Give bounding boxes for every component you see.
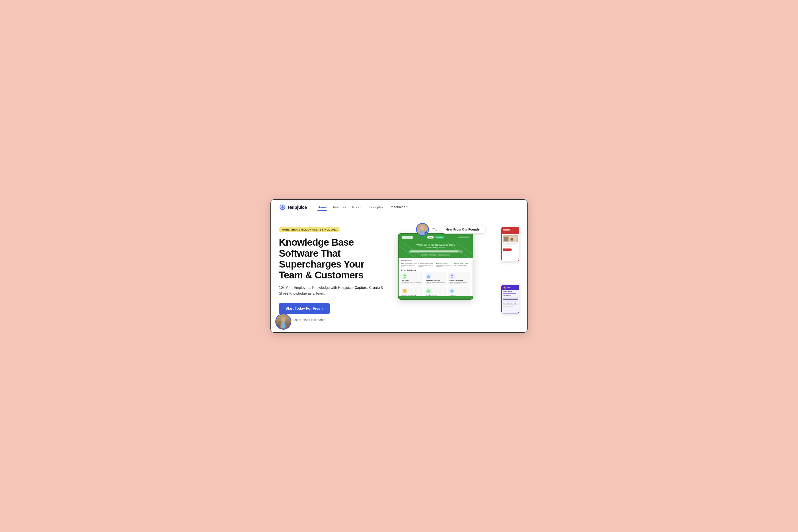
kb-body: Popular Guides How to create a step over… — [399, 258, 473, 297]
nav-item-examples[interactable]: Examples — [368, 205, 383, 209]
side2-link-4 — [503, 301, 518, 302]
kb-category-quoting[interactable]: Quoting and Ordering Create, track and c… — [401, 287, 423, 297]
nav-link-examples[interactable]: Examples — [368, 205, 383, 210]
nav-link-pricing[interactable]: Pricing — [352, 205, 362, 210]
kb-category-manage-services[interactable]: Manage your services How to pay for quot… — [424, 272, 447, 286]
kb-guides-grid: How to create a step overview from the a… — [401, 263, 470, 268]
create-link[interactable]: Create — [369, 286, 380, 289]
nav-link-features[interactable]: Features — [333, 205, 346, 210]
kb-cat-title-5: Billing & Invoices — [426, 294, 437, 296]
kb-cat-title-1: Get Started — [402, 280, 409, 281]
kb-category-support[interactable]: Get Support Learn how to search a produc… — [448, 287, 470, 297]
nav-item-resources[interactable]: Resources ▾ — [390, 205, 407, 210]
hero-badge: MORE THAN 1 MILLION USERS SINCE 2011 — [279, 227, 340, 232]
capture-link[interactable]: Capture — [355, 286, 367, 289]
kb-cat-icon-3 — [449, 273, 455, 279]
kb-cat-desc-3: Manage billing, make account ideas, mana… — [449, 282, 469, 284]
kb-cat-icon-1 — [402, 273, 407, 279]
person-silhouette — [276, 314, 291, 329]
kb-welcome-section: Welcome to our Knowledge Base What can w… — [399, 240, 473, 258]
side1-image — [503, 235, 518, 242]
hear-from-bubble: Hear From Our Founder — [441, 225, 486, 234]
hero-left: MORE THAN 1 MILLION USERS SINCE 2011 Kno… — [279, 227, 389, 321]
kb-cat-desc-1: Get started with Zappo and Zapponow — [402, 282, 421, 283]
side2-links-2 — [503, 304, 518, 307]
kb-cat-title-2: Manage your services — [426, 280, 440, 281]
side1-content — [502, 234, 519, 261]
side2-link-1 — [503, 297, 518, 298]
diagonal-lines-decoration — [399, 243, 473, 258]
users-joined: ★ 17,970 users joined last month — [279, 318, 389, 322]
svg-rect-24 — [428, 291, 430, 291]
cta-arrow-icon: › — [322, 307, 323, 310]
curved-arrow-icon — [432, 226, 438, 233]
svg-rect-15 — [404, 277, 406, 279]
kb-cat-icon-6 — [449, 288, 455, 294]
nav-item-features[interactable]: Features — [333, 205, 346, 209]
kb-categories-grid: Get Started Get started with Zappo and Z… — [401, 272, 470, 297]
kb-cat-icon-2 — [426, 273, 431, 279]
nav-link-resources[interactable]: Resources ▾ — [390, 205, 407, 210]
svg-rect-19 — [451, 277, 453, 279]
kb-category-billing[interactable]: Billing & Invoices How to view invoices,… — [424, 287, 447, 297]
kb-category-get-started[interactable]: Get Started Get started with Zappo and Z… — [401, 272, 423, 286]
nav-link-home[interactable]: Home — [318, 205, 327, 210]
cta-label: Start Today For Free — [285, 307, 320, 310]
kb-cat-desc-2: How to pay for quotes and manage and ser… — [426, 282, 445, 284]
kb-content: Welcome to our Knowledge Base What can w… — [399, 240, 473, 297]
side2-popular-title: Popular Topics — [503, 294, 518, 296]
kb-pill-categories: Categories — [435, 236, 444, 239]
guide-item-2: How can I contact Express Support? Confi… — [418, 263, 435, 268]
kb-popular-guides-title: Popular Guides — [401, 260, 470, 262]
kb-top-right — [458, 236, 470, 238]
kb-logo-mini — [402, 236, 413, 239]
chevron-down-icon: ▾ — [406, 206, 407, 208]
side2-popular-apps-title: From Popular Apps: FAQ — [503, 302, 518, 304]
kb-browse-category-title: Browse By Category — [401, 269, 470, 271]
share-link[interactable]: Share — [279, 291, 288, 295]
guide-item-3: How can I view the IT reference in Confi… — [436, 263, 453, 268]
bottom-testimonial-avatar[interactable] — [275, 314, 291, 330]
side2-link-6 — [503, 306, 513, 307]
kb-cat-icon-4 — [402, 288, 407, 294]
side2-header-text: How can we help? — [503, 291, 518, 292]
side1-logo — [503, 229, 510, 230]
side2-content: How can we help? Popular Topics From Pop… — [502, 290, 519, 313]
nav-links: Home Features Pricing Examples Resources… — [318, 205, 407, 210]
founder-bubble[interactable]: ▶ Hear From Our Founder — [416, 223, 486, 236]
kb-nav-pills: Home Categories — [427, 236, 444, 239]
hero-right: ▶ Hear From Our Founder Home — [398, 227, 519, 311]
side1-row-2 — [503, 244, 515, 245]
side2-brand-text: Shipt — [507, 287, 511, 288]
kb-cat-title-3: Manage your account — [449, 280, 463, 281]
kb-screenshot-main: Home Categories — [398, 233, 473, 300]
logo-text: Helpjuice — [288, 205, 307, 210]
nav-item-pricing[interactable]: Pricing — [352, 205, 362, 209]
svg-point-17 — [428, 274, 429, 276]
logo-area[interactable]: Helpjuice — [279, 204, 307, 211]
cta-button[interactable]: Start Today For Free › — [279, 303, 330, 314]
side2-link-2 — [503, 298, 518, 299]
side1-top-bar — [502, 227, 519, 234]
founder-avatar: ▶ — [416, 223, 429, 236]
svg-rect-25 — [428, 291, 429, 292]
side2-link-3 — [503, 299, 518, 300]
side2-search — [503, 293, 516, 294]
nav-item-home[interactable]: Home — [318, 205, 327, 209]
side1-row-1 — [503, 243, 518, 244]
guide-item-1: How to create a step overview from the a… — [401, 263, 418, 268]
svg-rect-16 — [427, 276, 430, 278]
helpjuice-logo-icon — [279, 204, 286, 211]
kb-screenshot-side1 — [501, 227, 519, 261]
svg-text:S: S — [504, 287, 506, 288]
hero-subtitle: 10x Your Employees Knowledge with Helpju… — [279, 285, 389, 296]
svg-point-18 — [451, 274, 453, 276]
kb-cat-title-6: Get Support — [449, 294, 457, 296]
hero-title: Knowledge Base Software That Supercharge… — [279, 237, 389, 280]
hero-section: MORE THAN 1 MILLION USERS SINCE 2011 Kno… — [271, 215, 527, 332]
kb-screenshot-side2: S Shipt How can we help? Popular Topics … — [501, 285, 519, 314]
side2-links — [503, 297, 518, 302]
svg-rect-9 — [420, 231, 425, 235]
kb-category-manage-account[interactable]: Manage your account Manage billing, make… — [448, 272, 470, 286]
svg-line-10 — [399, 243, 416, 258]
